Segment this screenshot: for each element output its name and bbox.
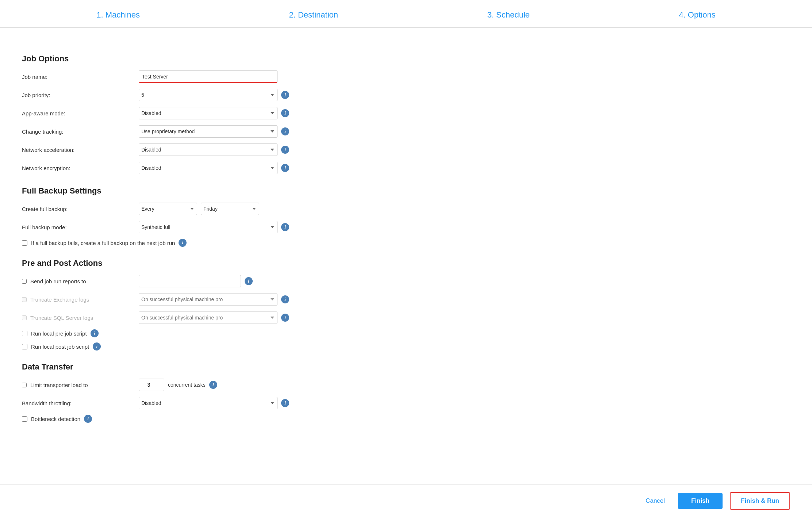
run-post-script-row: Run local post job script i bbox=[22, 342, 489, 351]
network-encryption-label: Network encryption: bbox=[22, 165, 139, 171]
truncate-sql-select[interactable]: On successful physical machine proNever bbox=[139, 311, 277, 324]
send-reports-control: i bbox=[139, 275, 253, 287]
limit-transporter-info-icon[interactable]: i bbox=[209, 381, 217, 389]
app-aware-control: DisabledEnabled i bbox=[139, 107, 289, 119]
run-pre-script-row: Run local pre job script i bbox=[22, 329, 489, 337]
network-acceleration-row: Network acceleration: DisabledEnabled i bbox=[22, 143, 489, 156]
network-encryption-control: DisabledEnabled i bbox=[139, 162, 289, 174]
bandwidth-throttling-info-icon[interactable]: i bbox=[281, 399, 289, 407]
limit-transporter-row: Limit transporter load to concurrent tas… bbox=[22, 378, 489, 391]
network-acceleration-label: Network acceleration: bbox=[22, 147, 139, 153]
bottleneck-row: Bottleneck detection i bbox=[22, 415, 489, 423]
run-pre-script-checkbox[interactable] bbox=[22, 331, 27, 336]
network-encryption-row: Network encryption: DisabledEnabled i bbox=[22, 161, 489, 175]
full-backup-mode-label: Full backup mode: bbox=[22, 224, 139, 230]
fail-checkbox-label: If a full backup fails, create a full ba… bbox=[31, 240, 175, 246]
send-reports-label: Send job run reports to bbox=[30, 278, 86, 284]
change-tracking-select[interactable]: Use proprietary methodUse VSSDisabled bbox=[139, 125, 277, 138]
run-pre-script-label: Run local pre job script bbox=[31, 330, 87, 337]
pre-post-header: Pre and Post Actions bbox=[22, 258, 489, 268]
wizard-step-destination[interactable]: 2. Destination bbox=[289, 10, 338, 20]
truncate-exchange-info-icon[interactable]: i bbox=[281, 295, 289, 303]
change-tracking-info-icon[interactable]: i bbox=[281, 127, 289, 135]
fail-info-icon[interactable]: i bbox=[179, 239, 187, 247]
truncate-exchange-checkbox[interactable] bbox=[22, 297, 27, 302]
concurrent-tasks-label: concurrent tasks bbox=[168, 382, 206, 388]
truncate-exchange-control: On successful physical machine proNever … bbox=[139, 293, 289, 306]
create-full-backup-freq-select[interactable]: EveryMonthlyNever bbox=[139, 203, 197, 215]
app-aware-label: App-aware mode: bbox=[22, 110, 139, 116]
network-encryption-select[interactable]: DisabledEnabled bbox=[139, 162, 277, 174]
full-backup-mode-control: Synthetic fullActive full i bbox=[139, 221, 289, 233]
create-full-backup-day-select[interactable]: Friday MondayTuesdayWednesday ThursdaySa… bbox=[201, 203, 259, 215]
full-backup-mode-select[interactable]: Synthetic fullActive full bbox=[139, 221, 277, 233]
truncate-sql-checkbox[interactable] bbox=[22, 315, 27, 320]
job-name-input[interactable] bbox=[139, 70, 277, 83]
change-tracking-label: Change tracking: bbox=[22, 129, 139, 135]
full-backup-header: Full Backup Settings bbox=[22, 186, 489, 196]
limit-transporter-label: Limit transporter load to bbox=[30, 382, 88, 388]
fail-checkbox[interactable] bbox=[22, 240, 27, 246]
app-aware-row: App-aware mode: DisabledEnabled i bbox=[22, 107, 489, 120]
network-acceleration-select[interactable]: DisabledEnabled bbox=[139, 143, 277, 156]
network-acceleration-info-icon[interactable]: i bbox=[281, 146, 289, 154]
run-post-script-info-icon[interactable]: i bbox=[93, 342, 101, 351]
bandwidth-throttling-label: Bandwidth throttling: bbox=[22, 400, 139, 406]
truncate-sql-row: Truncate SQL Server logs On successful p… bbox=[22, 311, 489, 324]
job-priority-label: Job priority: bbox=[22, 92, 139, 98]
bottom-toolbar: Cancel Finish Finish & Run bbox=[0, 485, 812, 517]
limit-transporter-spinner[interactable] bbox=[139, 379, 164, 391]
change-tracking-control: Use proprietary methodUse VSSDisabled i bbox=[139, 125, 289, 138]
main-content: Job Options Job name: Job priority: 5 12… bbox=[0, 28, 511, 486]
wizard-step-machines[interactable]: 1. Machines bbox=[96, 10, 140, 20]
bottleneck-checkbox[interactable] bbox=[22, 416, 27, 422]
job-options-header: Job Options bbox=[22, 54, 489, 64]
network-encryption-info-icon[interactable]: i bbox=[281, 164, 289, 172]
bandwidth-throttling-control: DisabledEnabled i bbox=[139, 397, 289, 409]
truncate-exchange-label: Truncate Exchange logs bbox=[30, 296, 89, 303]
cancel-button[interactable]: Cancel bbox=[640, 494, 671, 508]
bottleneck-label: Bottleneck detection bbox=[31, 416, 80, 422]
run-post-script-checkbox[interactable] bbox=[22, 344, 27, 349]
bandwidth-throttling-select[interactable]: DisabledEnabled bbox=[139, 397, 277, 409]
job-name-control bbox=[139, 70, 277, 83]
finish-run-button[interactable]: Finish & Run bbox=[730, 492, 790, 510]
fail-checkbox-row: If a full backup fails, create a full ba… bbox=[22, 239, 489, 247]
finish-button[interactable]: Finish bbox=[678, 493, 723, 509]
truncate-exchange-row: Truncate Exchange logs On successful phy… bbox=[22, 293, 489, 306]
job-priority-row: Job priority: 5 1234 678910 i bbox=[22, 88, 489, 102]
full-backup-mode-info-icon[interactable]: i bbox=[281, 223, 289, 231]
network-acceleration-control: DisabledEnabled i bbox=[139, 143, 289, 156]
send-reports-row: Send job run reports to i bbox=[22, 275, 489, 288]
job-priority-control: 5 1234 678910 i bbox=[139, 89, 289, 101]
send-reports-info-icon[interactable]: i bbox=[245, 277, 253, 285]
create-full-backup-control: EveryMonthlyNever Friday MondayTuesdayWe… bbox=[139, 203, 259, 215]
job-name-label: Job name: bbox=[22, 74, 139, 80]
create-full-backup-label: Create full backup: bbox=[22, 206, 139, 212]
send-reports-input[interactable] bbox=[139, 275, 241, 287]
bandwidth-throttling-row: Bandwidth throttling: DisabledEnabled i bbox=[22, 397, 489, 410]
limit-transporter-checkbox[interactable] bbox=[22, 383, 27, 387]
full-backup-mode-row: Full backup mode: Synthetic fullActive f… bbox=[22, 221, 489, 234]
limit-transporter-control: concurrent tasks i bbox=[139, 379, 217, 391]
wizard-step-options[interactable]: 4. Options bbox=[679, 10, 715, 20]
job-priority-select[interactable]: 5 1234 678910 bbox=[139, 89, 277, 101]
wizard-header: 1. Machines 2. Destination 3. Schedule 4… bbox=[0, 0, 812, 28]
run-pre-script-info-icon[interactable]: i bbox=[91, 329, 99, 337]
bottleneck-info-icon[interactable]: i bbox=[84, 415, 92, 423]
app-aware-info-icon[interactable]: i bbox=[281, 109, 289, 117]
data-transfer-header: Data Transfer bbox=[22, 362, 489, 372]
wizard-step-schedule[interactable]: 3. Schedule bbox=[487, 10, 530, 20]
app-aware-select[interactable]: DisabledEnabled bbox=[139, 107, 277, 119]
truncate-sql-info-icon[interactable]: i bbox=[281, 314, 289, 322]
truncate-sql-label: Truncate SQL Server logs bbox=[30, 315, 93, 321]
job-name-row: Job name: bbox=[22, 70, 489, 83]
change-tracking-row: Change tracking: Use proprietary methodU… bbox=[22, 125, 489, 138]
run-post-script-label: Run local post job script bbox=[31, 344, 89, 350]
truncate-exchange-select[interactable]: On successful physical machine proNever bbox=[139, 293, 277, 306]
job-priority-info-icon[interactable]: i bbox=[281, 91, 289, 99]
create-full-backup-row: Create full backup: EveryMonthlyNever Fr… bbox=[22, 202, 489, 215]
send-reports-checkbox[interactable] bbox=[22, 279, 27, 284]
truncate-sql-control: On successful physical machine proNever … bbox=[139, 311, 289, 324]
